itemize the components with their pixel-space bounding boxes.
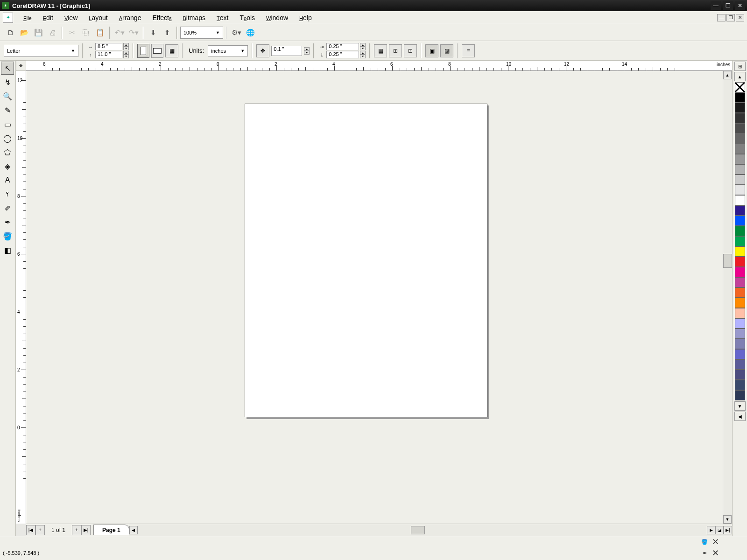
- color-swatch[interactable]: [735, 370, 745, 380]
- color-swatch[interactable]: [735, 257, 745, 267]
- color-swatch[interactable]: [735, 359, 745, 370]
- scroll-up-button[interactable]: ▲: [723, 71, 732, 79]
- scroll-thumb[interactable]: [411, 526, 425, 534]
- palette-last-button[interactable]: ▶|: [724, 526, 732, 534]
- close-button[interactable]: ✕: [735, 1, 745, 10]
- menu-edit[interactable]: Edit: [37, 12, 59, 23]
- spin-down[interactable]: ▼: [123, 55, 129, 58]
- paper-size-select[interactable]: Letter ▼: [4, 45, 78, 57]
- ellipse-tool[interactable]: ◯: [1, 132, 14, 145]
- scroll-right-button[interactable]: ▶: [707, 526, 715, 534]
- menu-tools[interactable]: Tools: [234, 12, 261, 23]
- last-page-button[interactable]: ▶|: [81, 525, 91, 535]
- cut-button[interactable]: ✂: [65, 26, 78, 39]
- spin-down[interactable]: ▼: [304, 51, 310, 55]
- color-swatch[interactable]: [735, 113, 745, 123]
- palette-scroll-up-button[interactable]: ▲: [734, 72, 746, 81]
- doc-minimize-button[interactable]: —: [717, 14, 726, 21]
- color-swatch[interactable]: [735, 339, 745, 349]
- color-swatch[interactable]: [735, 277, 745, 287]
- menu-view[interactable]: View: [59, 12, 83, 23]
- snap-grid-button[interactable]: ▦: [374, 44, 387, 57]
- fill-tool[interactable]: 🪣: [1, 230, 14, 243]
- new-button[interactable]: 🗋: [4, 26, 17, 39]
- app-launcher-button[interactable]: ⚙▾: [230, 26, 243, 39]
- spin-up[interactable]: ▲: [304, 47, 310, 51]
- color-swatch[interactable]: [735, 195, 745, 205]
- freehand-tool[interactable]: ✎: [1, 104, 14, 117]
- color-swatch[interactable]: [735, 390, 745, 400]
- canvas[interactable]: [26, 71, 732, 524]
- page-tab[interactable]: Page 1: [93, 525, 129, 535]
- copy-button[interactable]: ⿻: [79, 26, 92, 39]
- vertical-scrollbar[interactable]: ▲ ▼: [723, 71, 732, 524]
- color-swatch[interactable]: [735, 246, 745, 257]
- spin-up[interactable]: ▲: [123, 43, 129, 47]
- page-width-input[interactable]: 8.5 ": [95, 43, 122, 50]
- basic-shapes-tool[interactable]: ◈: [1, 160, 14, 173]
- redo-button[interactable]: ↷▾: [127, 26, 140, 39]
- no-color-swatch[interactable]: [735, 82, 745, 92]
- draw-complex-button[interactable]: ▨: [440, 44, 453, 57]
- color-swatch[interactable]: [735, 298, 745, 308]
- color-swatch[interactable]: [735, 205, 745, 216]
- color-swatch[interactable]: [735, 133, 745, 144]
- units-select[interactable]: inches ▼: [208, 45, 248, 56]
- landscape-button[interactable]: [151, 44, 163, 58]
- open-button[interactable]: 📂: [18, 26, 31, 39]
- dup-x-input[interactable]: 0.25 ": [326, 43, 359, 50]
- spin-down[interactable]: ▼: [360, 55, 366, 58]
- treat-as-filled-button[interactable]: ▣: [425, 44, 438, 57]
- scroll-down-button[interactable]: ▼: [723, 515, 732, 524]
- print-button[interactable]: 🖨: [46, 26, 59, 39]
- text-tool[interactable]: A: [1, 174, 14, 187]
- palette-scroll-down-button[interactable]: ▼: [734, 401, 746, 411]
- color-swatch[interactable]: [735, 144, 745, 154]
- ruler-origin[interactable]: ✥: [16, 61, 26, 71]
- shape-tool[interactable]: ↯: [1, 76, 14, 89]
- scroll-left-button[interactable]: ◀: [129, 526, 138, 534]
- scroll-track[interactable]: [138, 526, 707, 534]
- palette-options-button[interactable]: ⊞: [734, 62, 746, 71]
- color-swatch[interactable]: [735, 318, 745, 329]
- add-page-after-button[interactable]: +: [72, 525, 81, 535]
- color-swatch[interactable]: [735, 92, 745, 103]
- spin-down[interactable]: ▼: [123, 47, 129, 50]
- export-button[interactable]: ⬆: [161, 26, 174, 39]
- corel-online-button[interactable]: 🌐: [244, 26, 257, 39]
- menu-file[interactable]: File: [18, 12, 37, 23]
- spin-up[interactable]: ▲: [123, 51, 129, 55]
- color-swatch[interactable]: [735, 164, 745, 175]
- horizontal-ruler[interactable]: inches 64202468101214: [26, 61, 732, 71]
- color-swatch[interactable]: [735, 329, 745, 339]
- doc-restore-button[interactable]: ❐: [726, 14, 735, 21]
- menu-help[interactable]: Help: [294, 12, 317, 23]
- color-swatch[interactable]: [735, 185, 745, 195]
- color-swatch[interactable]: [735, 103, 745, 113]
- color-swatch[interactable]: [735, 380, 745, 390]
- doc-close-button[interactable]: ✕: [736, 14, 744, 21]
- maximize-button[interactable]: ❐: [723, 1, 733, 10]
- polygon-tool[interactable]: ⬠: [1, 146, 14, 159]
- color-swatch[interactable]: [735, 267, 745, 277]
- menu-effects[interactable]: Effects: [147, 12, 177, 23]
- interactive-fill-tool[interactable]: ◧: [1, 244, 14, 257]
- nudge-input[interactable]: 0.1 ": [271, 46, 302, 56]
- first-page-button[interactable]: |◀: [26, 525, 35, 535]
- scroll-thumb[interactable]: [723, 254, 732, 268]
- paste-button[interactable]: 📋: [93, 26, 106, 39]
- rectangle-tool[interactable]: ▭: [1, 118, 14, 131]
- color-swatch[interactable]: [735, 216, 745, 226]
- snap-objects-button[interactable]: ⊡: [404, 44, 417, 57]
- spin-down[interactable]: ▼: [360, 47, 366, 50]
- spin-up[interactable]: ▲: [360, 43, 366, 47]
- zoom-tool[interactable]: 🔍: [1, 90, 14, 103]
- color-swatch[interactable]: [735, 236, 745, 246]
- scroll-track[interactable]: [723, 79, 732, 515]
- menu-bitmaps[interactable]: Bitmaps: [177, 12, 211, 23]
- save-button[interactable]: 💾: [32, 26, 45, 39]
- menu-text[interactable]: Text: [211, 12, 234, 23]
- menu-layout[interactable]: Layout: [83, 12, 113, 23]
- color-swatch[interactable]: [735, 287, 745, 298]
- color-swatch[interactable]: [735, 226, 745, 236]
